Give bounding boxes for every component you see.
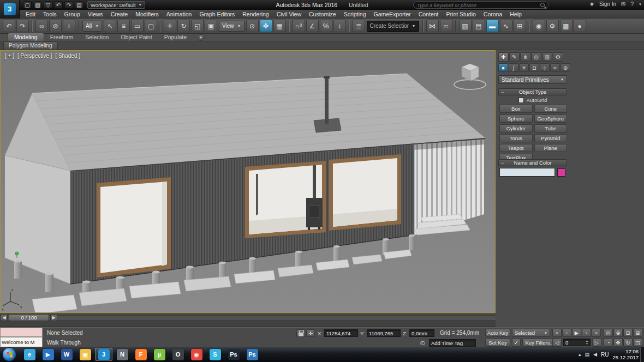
go-to-start-button[interactable]: « xyxy=(552,329,562,337)
rollout-collapse-icon[interactable]: − xyxy=(501,160,504,166)
lights-category-icon[interactable]: ☀ xyxy=(519,63,529,72)
absolute-offset-mode-toggle[interactable]: ✛ xyxy=(306,329,315,337)
menu-item-animation[interactable]: Animation xyxy=(163,10,196,19)
systems-category-icon[interactable]: ⊛ xyxy=(560,63,570,72)
primitives-category-dropdown[interactable]: Standard Primitives ▼ xyxy=(498,75,567,84)
project-folder-icon[interactable]: ▤ xyxy=(75,1,84,9)
utilities-tab-icon[interactable]: ⚙ xyxy=(553,52,563,62)
sign-in-link[interactable]: Sign In xyxy=(599,1,616,7)
snaps-toggle[interactable]: ∩³ xyxy=(293,20,305,32)
spinner-down-icon[interactable]: ▼ xyxy=(586,342,588,345)
ribbon-tab-freeform[interactable]: Freeform xyxy=(44,33,80,41)
window-opening-1[interactable] xyxy=(97,177,171,277)
select-and-link-button[interactable]: ∞ xyxy=(35,20,48,32)
toggle-scene-explorer-button[interactable]: ▥ xyxy=(459,20,472,32)
menu-item-corona[interactable]: Corona xyxy=(480,10,506,19)
menu-item-civil-view[interactable]: Civil View xyxy=(273,10,305,19)
taskbar-app-utorrent[interactable]: µ xyxy=(151,348,168,361)
search-icon[interactable] xyxy=(540,3,545,7)
menu-item-help[interactable]: Help xyxy=(506,10,526,19)
hierarchy-tab-icon[interactable]: ⋔ xyxy=(520,52,530,62)
ribbon-tab-object-paint[interactable]: Object Paint xyxy=(115,33,158,41)
x-coordinate-field[interactable]: 11254,674 xyxy=(324,329,358,337)
primitive-button-sphere[interactable]: Sphere xyxy=(499,114,533,123)
object-type-rollout-header[interactable]: − Object Type xyxy=(498,88,567,95)
next-frame-arrow[interactable]: ▶ xyxy=(50,314,57,321)
use-pivot-point-button[interactable]: ⊙ xyxy=(246,20,259,32)
taskbar-app-word[interactable]: W xyxy=(58,348,75,361)
curve-editor-button[interactable]: ∿ xyxy=(500,20,512,32)
spinner-snap-toggle[interactable]: ↕ xyxy=(333,20,346,32)
add-time-tag-field[interactable]: Add Time Tag xyxy=(429,339,476,347)
keyboard-shortcut-override-toggle[interactable]: ▦ xyxy=(273,20,286,32)
select-object-button[interactable]: ↖ xyxy=(104,20,116,32)
previous-key-button[interactable]: ◁ xyxy=(552,339,562,347)
current-frame-field[interactable]: 0 ▲ ▼ xyxy=(563,339,591,346)
edit-named-selection-sets-button[interactable]: ≣ xyxy=(353,20,365,32)
frame-spinner[interactable]: ▲ ▼ xyxy=(586,340,588,345)
rectangular-selection-region-button[interactable]: ▭ xyxy=(131,20,144,32)
select-by-name-button[interactable]: ≡ xyxy=(117,20,130,32)
application-menu-button[interactable]: 3 xyxy=(0,0,20,19)
help-search[interactable] xyxy=(413,1,548,9)
align-button[interactable]: ≍ xyxy=(440,20,452,32)
next-frame-button[interactable]: › xyxy=(582,329,591,337)
taskbar-app-firefox[interactable]: F xyxy=(132,348,150,361)
menu-item-gameexporter[interactable]: GameExporter xyxy=(369,10,414,19)
select-and-scale-button[interactable]: ◱ xyxy=(191,20,204,32)
display-tab-icon[interactable]: ▥ xyxy=(542,52,552,62)
object-color-swatch[interactable] xyxy=(557,168,565,177)
time-slider-handle[interactable]: 0 / 100 xyxy=(9,314,49,321)
viewport-general-menu[interactable]: [ + ] xyxy=(5,53,14,59)
menu-item-views[interactable]: Views xyxy=(84,10,107,19)
menu-item-rendering[interactable]: Rendering xyxy=(238,10,272,19)
named-selection-sets-combo[interactable]: Create Selection S ▼ xyxy=(367,21,419,32)
select-and-place-button[interactable]: ▣ xyxy=(205,20,217,32)
taskbar-app-obs[interactable]: O xyxy=(169,348,187,361)
material-editor-button[interactable]: ◉ xyxy=(533,20,545,32)
field-of-view-button[interactable]: ◔ xyxy=(604,339,613,347)
ribbon-tab-populate[interactable]: Populate xyxy=(158,33,193,41)
caret-down-icon[interactable]: ▼ xyxy=(639,3,642,6)
ribbon-options-caret[interactable]: ▼ xyxy=(197,34,205,41)
toggle-ribbon-button[interactable]: ▬ xyxy=(486,20,499,32)
taskbar-app-skype[interactable]: S xyxy=(206,348,224,361)
keyable-icon-button[interactable]: ✓ xyxy=(512,339,521,347)
next-key-button[interactable]: ▷ xyxy=(592,339,601,347)
undo-button[interactable]: ↶ xyxy=(3,20,15,32)
taskbar-app-photoshop[interactable]: Ps xyxy=(225,348,242,361)
time-slider-track[interactable] xyxy=(0,315,496,321)
rendered-frame-window-button[interactable]: ▩ xyxy=(560,20,573,32)
percent-snap-toggle[interactable]: % xyxy=(320,20,332,32)
primitive-button-torus[interactable]: Torus xyxy=(499,134,533,142)
primitive-button-cylinder[interactable]: Cylinder xyxy=(499,124,533,132)
menu-item-edit[interactable]: Edit xyxy=(22,10,39,19)
play-animation-button[interactable]: ▶ xyxy=(572,329,581,337)
volume-icon[interactable]: ◀ xyxy=(593,352,597,357)
undo-icon[interactable]: ↶ xyxy=(54,1,63,9)
menu-item-graph-editors[interactable]: Graph Editors xyxy=(195,10,238,19)
start-button[interactable] xyxy=(2,347,16,361)
new-scene-icon[interactable]: ▢ xyxy=(23,1,32,9)
taskbar-clock[interactable]: 17:06 25.12.2017 xyxy=(612,348,639,360)
polygon-modeling-panel-tab[interactable]: Polygon Modeling xyxy=(3,41,58,50)
open-file-icon[interactable]: ▧ xyxy=(33,1,42,9)
create-tab-icon[interactable]: ✚ xyxy=(498,52,509,62)
taskbar-app-media-player[interactable]: ▶ xyxy=(39,348,57,361)
zoom-viewport-button[interactable]: ◎ xyxy=(604,329,613,337)
viewport-shading-menu[interactable]: [ Shaded ] xyxy=(55,53,80,59)
mirror-button[interactable]: ⋈ xyxy=(426,20,439,32)
redo-button[interactable]: ↷ xyxy=(16,20,29,32)
toggle-layer-explorer-button[interactable]: ▤ xyxy=(473,20,485,32)
taskbar-app-notepad[interactable]: N xyxy=(114,348,131,361)
rollout-collapse-icon[interactable]: − xyxy=(501,89,504,95)
space-warps-category-icon[interactable]: ≈ xyxy=(550,63,560,72)
menu-item-scripting[interactable]: Scripting xyxy=(340,10,370,19)
object-name-input[interactable] xyxy=(499,168,555,177)
hidden-icons-button[interactable]: ▴ xyxy=(579,352,581,357)
modify-tab-icon[interactable]: ✎ xyxy=(509,52,520,62)
previous-frame-arrow[interactable]: ◀ xyxy=(1,314,8,321)
key-mode-dropdown[interactable]: Selected ▼ xyxy=(512,329,550,337)
macro-recorder-field[interactable] xyxy=(0,328,43,337)
motion-tab-icon[interactable]: ◎ xyxy=(531,52,541,62)
